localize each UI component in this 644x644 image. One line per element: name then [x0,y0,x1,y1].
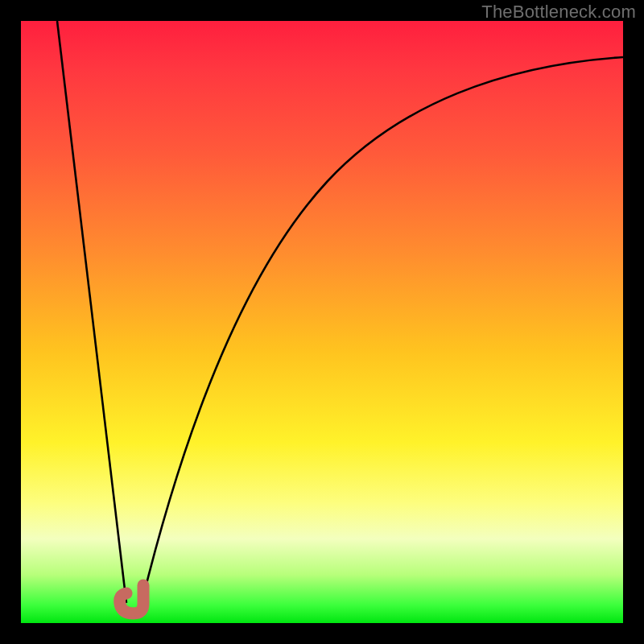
curve-left-branch [57,21,126,603]
minimum-marker [120,585,143,613]
curve-right-branch [142,57,623,603]
chart-svg [21,21,623,623]
plot-area [21,21,623,623]
chart-frame: TheBottleneck.com [0,0,644,644]
watermark-text: TheBottleneck.com [481,2,636,23]
